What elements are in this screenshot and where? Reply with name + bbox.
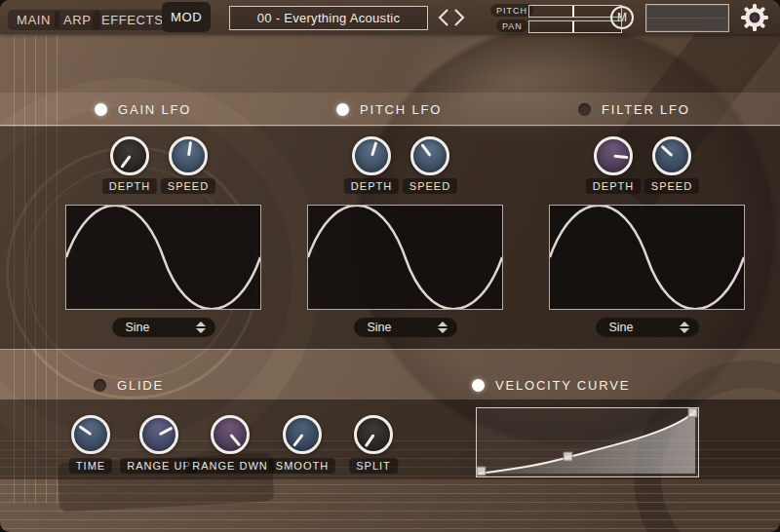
pitch-lfo-wave-select[interactable]: Sine [354,318,457,337]
glide-title: GLIDE [117,378,164,393]
pitch-lfo-column: DEPTH SPEED Sine [307,127,503,349]
curve-handle-start[interactable] [477,467,486,475]
knob-pointer [158,427,173,437]
velocity-curve-display[interactable] [476,407,699,477]
pitch-lfo-header: PITCH LFO [336,102,442,117]
sine-wave-icon [550,206,744,309]
filter-depth-label: DEPTH [586,178,641,194]
wave-select-value: Sine [126,321,196,334]
pan-slider[interactable] [528,20,622,33]
filter-speed-label: SPEED [644,178,699,194]
filter-depth-knob[interactable] [594,136,633,175]
gain-lfo-wave-select[interactable]: Sine [112,318,215,337]
knob-pointer [420,143,431,157]
preset-prev-next[interactable] [436,7,467,32]
up-down-arrows-icon [438,322,448,333]
pitch-slider[interactable] [528,5,622,18]
knob-pointer [120,155,131,169]
pitch-speed-label: SPEED [403,178,457,194]
wave-select-value: Sine [609,321,680,334]
gain-lfo-column: DEPTH SPEED Sine [65,127,261,349]
filter-lfo-column: DEPTH SPEED Sine [549,127,745,349]
pitch-depth-knob[interactable] [352,136,391,175]
preset-selector[interactable]: 00 - Everything Acoustic [229,6,428,30]
velocity-curve-title: VELOCITY CURVE [495,378,630,393]
mono-button[interactable]: M [610,6,634,29]
tab-mod[interactable]: MOD [162,2,211,32]
filter-lfo-title: FILTER LFO [602,102,690,117]
chevron-right-icon [455,10,463,25]
knob-pointer [78,425,92,436]
gain-speed-label: SPEED [161,178,215,194]
settings-button[interactable] [740,3,769,36]
glide-enable-light[interactable] [94,379,106,392]
pan-label: PAN [496,19,528,32]
gain-lfo-title: GAIN LFO [118,102,191,117]
sine-wave-icon [66,206,260,309]
knob-pointer [187,141,192,156]
tab-main[interactable]: MAIN [8,10,59,30]
plugin-window: MAIN ARP EFFECTS MOD 00 - Everything Aco… [0,0,780,532]
glide-range-dwn-label: RANGE DWN [185,458,274,474]
up-down-arrows-icon [196,322,206,333]
level-meters [645,4,729,32]
pitch-depth-label: DEPTH [344,178,399,194]
gain-depth-label: DEPTH [102,178,157,194]
glide-split-label: SPLIT [349,458,398,474]
filter-speed-knob[interactable] [652,136,691,175]
gain-depth-knob[interactable] [110,136,149,175]
gain-speed-knob[interactable] [169,136,208,175]
wave-select-value: Sine [368,321,438,334]
up-down-arrows-icon [680,322,689,333]
pitch-lfo-enable-light[interactable] [336,103,349,116]
pitch-lfo-wave-display [307,205,503,310]
curve-handle-mid[interactable] [564,452,572,461]
knob-pointer [370,141,377,156]
gear-icon [740,3,769,32]
pitch-label: PITCH [490,4,533,17]
glide-range-dwn-knob[interactable] [211,415,250,454]
glide-smooth-label: SMOOTH [269,458,335,474]
curve-fill [479,411,695,474]
top-bar: MAIN ARP EFFECTS MOD 00 - Everything Aco… [0,0,780,34]
knob-pointer [613,155,628,160]
filter-lfo-wave-display [549,205,745,310]
glide-header: GLIDE [94,378,164,393]
knob-pointer [292,434,304,447]
glide-range-up-knob[interactable] [139,415,178,454]
pan-slider-handle[interactable] [572,21,574,32]
pitch-slider-handle[interactable] [572,6,574,17]
glide-split-knob[interactable] [354,415,393,454]
pitch-speed-knob[interactable] [410,136,449,175]
meter-bar-left [647,6,727,18]
filter-lfo-enable-light[interactable] [578,103,591,116]
tab-effects[interactable]: EFFECTS [93,10,172,30]
knob-pointer [364,434,374,447]
knob-pointer [229,434,241,446]
filter-lfo-header: FILTER LFO [578,102,690,117]
meter-bar-right [647,19,727,30]
glide-time-label: TIME [69,458,112,474]
glide-smooth-knob[interactable] [283,415,322,454]
glide-time-knob[interactable] [71,415,110,454]
sine-wave-icon [308,206,502,309]
gain-lfo-header: GAIN LFO [95,102,191,117]
curve-handle-end[interactable] [688,408,697,417]
gain-lfo-enable-light[interactable] [95,103,107,116]
knob-pointer [660,145,673,157]
gain-lfo-wave-display [65,205,261,310]
velocity-curve-header: VELOCITY CURVE [472,378,630,393]
filter-lfo-wave-select[interactable]: Sine [596,318,699,337]
velocity-curve-enable-light[interactable] [472,379,485,392]
chevron-left-icon [440,10,448,25]
pitch-lfo-title: PITCH LFO [360,102,442,117]
